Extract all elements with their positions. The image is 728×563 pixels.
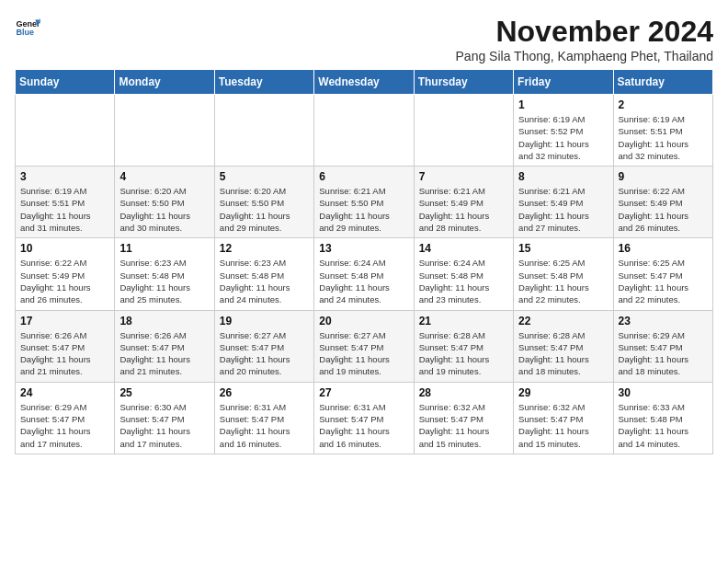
calendar-day-6: 6Sunrise: 6:21 AM Sunset: 5:50 PM Daylig… <box>314 167 414 238</box>
weekday-header-row: SundayMondayTuesdayWednesdayThursdayFrid… <box>16 70 713 95</box>
calendar-day-27: 27Sunrise: 6:31 AM Sunset: 5:47 PM Dayli… <box>314 382 414 454</box>
calendar-week-5: 24Sunrise: 6:29 AM Sunset: 5:47 PM Dayli… <box>16 382 713 454</box>
day-number: 14 <box>419 242 508 255</box>
location-subtitle: Pang Sila Thong, Kamphaeng Phet, Thailan… <box>456 49 713 63</box>
day-number: 3 <box>20 170 109 183</box>
empty-cell <box>214 95 313 167</box>
day-info: Sunrise: 6:28 AM Sunset: 5:47 PM Dayligh… <box>419 329 508 378</box>
calendar-week-4: 17Sunrise: 6:26 AM Sunset: 5:47 PM Dayli… <box>16 310 713 382</box>
day-info: Sunrise: 6:26 AM Sunset: 5:47 PM Dayligh… <box>20 329 109 378</box>
weekday-header-sunday: Sunday <box>16 70 115 95</box>
day-info: Sunrise: 6:26 AM Sunset: 5:47 PM Dayligh… <box>119 329 209 378</box>
empty-cell <box>314 95 414 167</box>
day-number: 11 <box>119 242 209 255</box>
day-number: 4 <box>119 170 209 183</box>
day-info: Sunrise: 6:19 AM Sunset: 5:52 PM Dayligh… <box>518 113 608 162</box>
day-number: 23 <box>619 315 708 327</box>
day-number: 21 <box>419 315 508 327</box>
empty-cell <box>115 95 214 167</box>
calendar-day-10: 10Sunrise: 6:22 AM Sunset: 5:49 PM Dayli… <box>16 238 115 310</box>
day-info: Sunrise: 6:23 AM Sunset: 5:48 PM Dayligh… <box>220 257 309 305</box>
day-info: Sunrise: 6:33 AM Sunset: 5:48 PM Dayligh… <box>619 401 708 450</box>
weekday-header-wednesday: Wednesday <box>314 70 414 95</box>
calendar-day-19: 19Sunrise: 6:27 AM Sunset: 5:47 PM Dayli… <box>214 310 313 382</box>
calendar-week-2: 3Sunrise: 6:19 AM Sunset: 5:51 PM Daylig… <box>16 167 713 238</box>
day-number: 13 <box>319 242 408 255</box>
calendar-day-14: 14Sunrise: 6:24 AM Sunset: 5:48 PM Dayli… <box>414 238 513 310</box>
day-number: 18 <box>119 315 209 327</box>
calendar-day-22: 22Sunrise: 6:28 AM Sunset: 5:47 PM Dayli… <box>514 310 613 382</box>
calendar-header: SundayMondayTuesdayWednesdayThursdayFrid… <box>16 70 713 95</box>
calendar-day-12: 12Sunrise: 6:23 AM Sunset: 5:48 PM Dayli… <box>214 238 313 310</box>
calendar-day-13: 13Sunrise: 6:24 AM Sunset: 5:48 PM Dayli… <box>314 238 414 310</box>
day-info: Sunrise: 6:22 AM Sunset: 5:49 PM Dayligh… <box>619 185 708 234</box>
day-info: Sunrise: 6:20 AM Sunset: 5:50 PM Dayligh… <box>119 185 209 234</box>
calendar-day-21: 21Sunrise: 6:28 AM Sunset: 5:47 PM Dayli… <box>414 310 513 382</box>
weekday-header-saturday: Saturday <box>613 70 712 95</box>
calendar-day-24: 24Sunrise: 6:29 AM Sunset: 5:47 PM Dayli… <box>16 382 115 454</box>
day-number: 22 <box>518 315 608 327</box>
weekday-header-monday: Monday <box>115 70 214 95</box>
logo-icon: General Blue <box>15 15 40 40</box>
calendar-day-2: 2Sunrise: 6:19 AM Sunset: 5:51 PM Daylig… <box>613 95 712 167</box>
day-number: 29 <box>518 386 608 399</box>
calendar-day-8: 8Sunrise: 6:21 AM Sunset: 5:49 PM Daylig… <box>514 167 613 238</box>
day-info: Sunrise: 6:29 AM Sunset: 5:47 PM Dayligh… <box>20 401 109 450</box>
day-number: 17 <box>20 315 109 327</box>
calendar-day-28: 28Sunrise: 6:32 AM Sunset: 5:47 PM Dayli… <box>414 382 513 454</box>
calendar-day-16: 16Sunrise: 6:25 AM Sunset: 5:47 PM Dayli… <box>613 238 712 310</box>
day-number: 6 <box>319 170 408 183</box>
calendar-day-7: 7Sunrise: 6:21 AM Sunset: 5:49 PM Daylig… <box>414 167 513 238</box>
title-area: November 2024 Pang Sila Thong, Kamphaeng… <box>456 15 713 63</box>
day-info: Sunrise: 6:29 AM Sunset: 5:47 PM Dayligh… <box>619 329 708 378</box>
calendar-day-20: 20Sunrise: 6:27 AM Sunset: 5:47 PM Dayli… <box>314 310 414 382</box>
day-info: Sunrise: 6:21 AM Sunset: 5:49 PM Dayligh… <box>419 185 508 234</box>
calendar-day-15: 15Sunrise: 6:25 AM Sunset: 5:48 PM Dayli… <box>514 238 613 310</box>
day-number: 27 <box>319 386 408 399</box>
calendar-table: SundayMondayTuesdayWednesdayThursdayFrid… <box>15 69 713 454</box>
day-number: 30 <box>619 386 708 399</box>
day-number: 9 <box>619 170 708 183</box>
day-info: Sunrise: 6:31 AM Sunset: 5:47 PM Dayligh… <box>220 401 309 450</box>
calendar-day-23: 23Sunrise: 6:29 AM Sunset: 5:47 PM Dayli… <box>613 310 712 382</box>
calendar-body: 1Sunrise: 6:19 AM Sunset: 5:52 PM Daylig… <box>16 95 713 454</box>
day-number: 7 <box>419 170 508 183</box>
weekday-header-tuesday: Tuesday <box>214 70 313 95</box>
day-info: Sunrise: 6:32 AM Sunset: 5:47 PM Dayligh… <box>419 401 508 450</box>
calendar-day-1: 1Sunrise: 6:19 AM Sunset: 5:52 PM Daylig… <box>514 95 613 167</box>
day-number: 12 <box>220 242 309 255</box>
month-title: November 2024 <box>456 15 713 49</box>
calendar-day-3: 3Sunrise: 6:19 AM Sunset: 5:51 PM Daylig… <box>16 167 115 238</box>
day-info: Sunrise: 6:27 AM Sunset: 5:47 PM Dayligh… <box>220 329 309 378</box>
calendar-day-9: 9Sunrise: 6:22 AM Sunset: 5:49 PM Daylig… <box>613 167 712 238</box>
day-info: Sunrise: 6:28 AM Sunset: 5:47 PM Dayligh… <box>518 329 608 378</box>
day-info: Sunrise: 6:23 AM Sunset: 5:48 PM Dayligh… <box>119 257 209 305</box>
day-number: 25 <box>119 386 209 399</box>
empty-cell <box>16 95 115 167</box>
empty-cell <box>414 95 513 167</box>
calendar-day-30: 30Sunrise: 6:33 AM Sunset: 5:48 PM Dayli… <box>613 382 712 454</box>
day-info: Sunrise: 6:32 AM Sunset: 5:47 PM Dayligh… <box>518 401 608 450</box>
calendar-day-17: 17Sunrise: 6:26 AM Sunset: 5:47 PM Dayli… <box>16 310 115 382</box>
weekday-header-thursday: Thursday <box>414 70 513 95</box>
day-number: 15 <box>518 242 608 255</box>
weekday-header-friday: Friday <box>514 70 613 95</box>
logo: General Blue <box>15 15 40 40</box>
day-info: Sunrise: 6:20 AM Sunset: 5:50 PM Dayligh… <box>220 185 309 234</box>
calendar-week-3: 10Sunrise: 6:22 AM Sunset: 5:49 PM Dayli… <box>16 238 713 310</box>
day-info: Sunrise: 6:19 AM Sunset: 5:51 PM Dayligh… <box>20 185 109 234</box>
day-info: Sunrise: 6:30 AM Sunset: 5:47 PM Dayligh… <box>119 401 209 450</box>
calendar-day-29: 29Sunrise: 6:32 AM Sunset: 5:47 PM Dayli… <box>514 382 613 454</box>
calendar-day-26: 26Sunrise: 6:31 AM Sunset: 5:47 PM Dayli… <box>214 382 313 454</box>
day-number: 24 <box>20 386 109 399</box>
day-number: 1 <box>518 98 608 111</box>
calendar-day-5: 5Sunrise: 6:20 AM Sunset: 5:50 PM Daylig… <box>214 167 313 238</box>
calendar-day-25: 25Sunrise: 6:30 AM Sunset: 5:47 PM Dayli… <box>115 382 214 454</box>
calendar-day-11: 11Sunrise: 6:23 AM Sunset: 5:48 PM Dayli… <box>115 238 214 310</box>
day-info: Sunrise: 6:21 AM Sunset: 5:50 PM Dayligh… <box>319 185 408 234</box>
calendar-day-18: 18Sunrise: 6:26 AM Sunset: 5:47 PM Dayli… <box>115 310 214 382</box>
day-number: 19 <box>220 315 309 327</box>
day-info: Sunrise: 6:24 AM Sunset: 5:48 PM Dayligh… <box>419 257 508 305</box>
day-info: Sunrise: 6:31 AM Sunset: 5:47 PM Dayligh… <box>319 401 408 450</box>
header: General Blue November 2024 Pang Sila Tho… <box>15 15 713 63</box>
